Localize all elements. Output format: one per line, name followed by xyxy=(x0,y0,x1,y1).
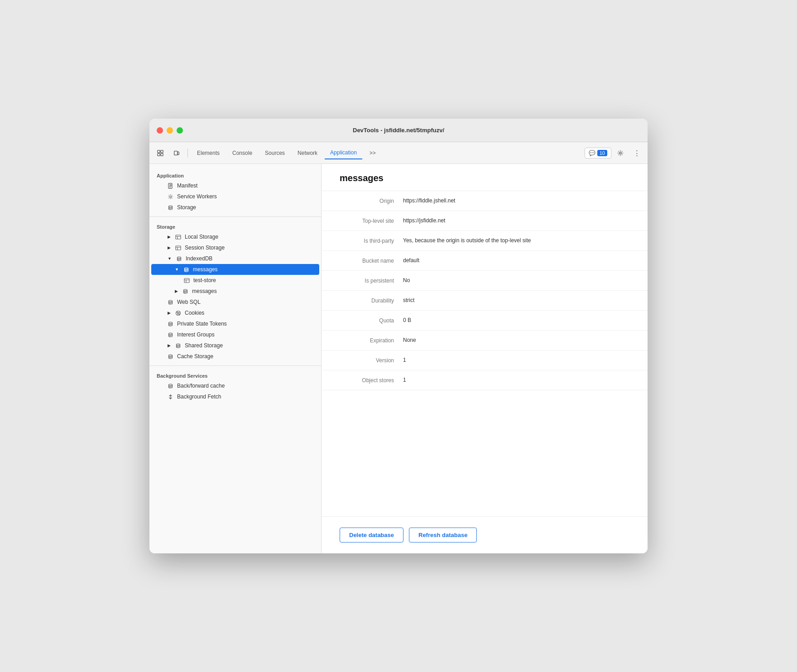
svg-point-8 xyxy=(170,196,172,197)
chevron-right-icon: ▶ xyxy=(168,235,171,239)
sidebar-item-back-forward-cache[interactable]: Back/forward cache xyxy=(151,380,319,391)
tab-elements[interactable]: Elements xyxy=(192,147,225,159)
delete-database-button[interactable]: Delete database xyxy=(340,528,403,542)
toolbar-separator-1 xyxy=(187,149,188,158)
issues-icon: 💬 xyxy=(589,150,595,156)
prop-row-bucket-name: Bucket name default xyxy=(322,251,648,271)
svg-point-6 xyxy=(619,152,621,154)
chevron-right-icon: ▶ xyxy=(168,343,171,348)
sidebar-item-label: Session Storage xyxy=(185,245,225,251)
sidebar-item-label: Interest Groups xyxy=(177,331,215,338)
svg-rect-11 xyxy=(176,246,181,250)
toolbar-right: 💬 10 ⋮ xyxy=(585,146,644,160)
svg-point-18 xyxy=(177,312,178,312)
svg-rect-5 xyxy=(178,152,179,154)
sidebar-item-cookies[interactable]: ▶ Cookies xyxy=(151,307,319,318)
inspector-icon[interactable] xyxy=(153,146,168,160)
maximize-button[interactable] xyxy=(177,127,183,134)
main-header: messages xyxy=(322,164,648,191)
actions-bar: Delete database Refresh database xyxy=(322,516,648,553)
sidebar-item-label: IndexedDB xyxy=(186,255,212,262)
db-icon xyxy=(176,256,182,262)
sidebar-item-messages-collapsed[interactable]: ▶ messages xyxy=(151,286,319,297)
prop-row-is-persistent: Is persistent No xyxy=(322,271,648,291)
svg-rect-1 xyxy=(161,150,163,152)
svg-point-12 xyxy=(177,257,181,258)
settings-icon[interactable] xyxy=(613,146,628,160)
prop-label-expiration: Expiration xyxy=(340,337,403,344)
prop-row-expiration: Expiration None xyxy=(322,331,648,350)
sidebar-item-shared-storage[interactable]: ▶ Shared Storage xyxy=(151,340,319,351)
tab-sources[interactable]: Sources xyxy=(259,147,290,159)
db-icon xyxy=(183,267,189,273)
kebab-menu-icon[interactable]: ⋮ xyxy=(629,146,644,160)
db-icon xyxy=(175,343,181,349)
tab-application[interactable]: Application xyxy=(325,147,362,159)
sidebar-item-web-sql[interactable]: Web SQL xyxy=(151,297,319,307)
sidebar-item-messages-db[interactable]: ▼ messages xyxy=(151,264,319,275)
prop-label-is-persistent: Is persistent xyxy=(340,277,403,284)
svg-point-17 xyxy=(176,311,181,315)
sidebar-item-storage[interactable]: Storage xyxy=(151,202,319,213)
sidebar-item-cache-storage[interactable]: Cache Storage xyxy=(151,351,319,362)
title-bar: DevTools - jsfiddle.net/5tmpfuzv/ xyxy=(149,119,648,142)
sidebar-item-indexeddb[interactable]: ▼ IndexedDB xyxy=(151,253,319,264)
sidebar-item-test-store[interactable]: test-store xyxy=(151,275,319,286)
svg-rect-3 xyxy=(161,153,163,155)
prop-label-third-party: Is third-party xyxy=(340,237,403,244)
sidebar-item-local-storage[interactable]: ▶ Local Storage xyxy=(151,231,319,242)
db-icon xyxy=(168,299,173,305)
sidebar-item-label: Background Fetch xyxy=(177,394,221,400)
sidebar-item-manifest[interactable]: Manifest xyxy=(151,180,319,191)
content-area: Application Manifest Ser xyxy=(149,164,648,553)
issues-count: 10 xyxy=(597,150,607,156)
chevron-right-icon: ▶ xyxy=(175,289,178,293)
prop-value-top-level-site: https://jsfiddle.net xyxy=(403,217,445,224)
sidebar-item-label: messages xyxy=(192,288,217,294)
chevron-down-icon: ▼ xyxy=(175,267,179,272)
tab-console[interactable]: Console xyxy=(227,147,258,159)
sidebar-item-private-state-tokens[interactable]: Private State Tokens xyxy=(151,318,319,329)
sidebar-divider-2 xyxy=(149,365,321,366)
sidebar-item-label: Storage xyxy=(177,204,196,211)
db-icon xyxy=(182,288,188,294)
sidebar-item-session-storage[interactable]: ▶ Session Storage xyxy=(151,242,319,253)
db-icon xyxy=(168,383,173,389)
sidebar-item-label: Shared Storage xyxy=(185,342,223,349)
sidebar-item-label: Local Storage xyxy=(185,234,218,240)
properties-table: Origin https://fiddle.jshell.net Top-lev… xyxy=(322,191,648,516)
svg-point-15 xyxy=(184,289,187,291)
sidebar-item-service-workers[interactable]: Service Workers xyxy=(151,191,319,202)
prop-row-version: Version 1 xyxy=(322,350,648,370)
issues-badge[interactable]: 💬 10 xyxy=(585,148,611,158)
prop-value-durability: strict xyxy=(403,297,414,303)
svg-point-13 xyxy=(184,268,188,269)
sidebar-item-background-fetch[interactable]: Background Fetch xyxy=(151,391,319,402)
prop-label-bucket-name: Bucket name xyxy=(340,257,403,264)
device-toolbar-icon[interactable] xyxy=(169,146,184,160)
prop-value-bucket-name: default xyxy=(403,257,419,264)
prop-row-object-stores: Object stores 1 xyxy=(322,370,648,390)
prop-value-third-party: Yes, because the origin is outside of th… xyxy=(403,237,531,244)
tab-more[interactable]: >> xyxy=(364,147,381,159)
sidebar-item-label: messages xyxy=(193,266,218,273)
sidebar-item-label: Back/forward cache xyxy=(177,383,225,389)
minimize-button[interactable] xyxy=(167,127,173,134)
svg-point-24 xyxy=(177,344,180,345)
prop-row-top-level-site: Top-level site https://jsfiddle.net xyxy=(322,211,648,231)
prop-label-top-level-site: Top-level site xyxy=(340,217,403,224)
page-title: messages xyxy=(340,173,629,183)
prop-label-origin: Origin xyxy=(340,197,403,204)
prop-label-quota: Quota xyxy=(340,317,403,324)
sidebar-item-interest-groups[interactable]: Interest Groups xyxy=(151,329,319,340)
close-button[interactable] xyxy=(157,127,163,134)
svg-point-16 xyxy=(169,300,173,302)
main-panel: messages Origin https://fiddle.jshell.ne… xyxy=(322,164,648,553)
sidebar: Application Manifest Ser xyxy=(149,164,322,553)
refresh-database-button[interactable]: Refresh database xyxy=(409,528,477,542)
table-icon xyxy=(184,278,190,283)
svg-point-22 xyxy=(169,322,173,323)
prop-value-is-persistent: No xyxy=(403,277,410,283)
sidebar-section-storage: Storage xyxy=(149,221,321,231)
tab-network[interactable]: Network xyxy=(292,147,323,159)
